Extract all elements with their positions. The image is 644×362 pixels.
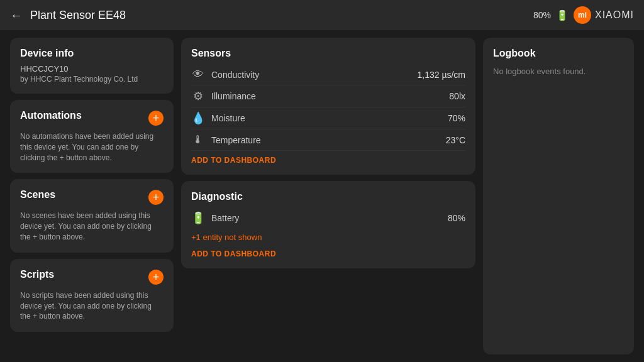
conductivity-label: Conductivity bbox=[211, 70, 411, 80]
sensor-row: 🌡 Temperature 23°C bbox=[191, 129, 465, 151]
back-button[interactable]: ← bbox=[10, 8, 23, 23]
right-column: Logbook No logbook events found. bbox=[483, 38, 634, 354]
device-info-card: Device info HHCCJCY10 by HHCC Plant Tech… bbox=[10, 38, 174, 94]
conductivity-icon: 👁 bbox=[191, 68, 205, 81]
temperature-icon: 🌡 bbox=[191, 133, 205, 146]
scenes-header: Scenes + bbox=[20, 189, 164, 206]
scripts-header: Scripts + bbox=[20, 269, 164, 285]
automations-description: No automations have been added using thi… bbox=[20, 131, 164, 163]
diagnostic-title: Diagnostic bbox=[191, 191, 465, 202]
scenes-title: Scenes bbox=[20, 189, 55, 200]
device-id: HHCCJCY10 bbox=[20, 64, 164, 74]
scripts-title: Scripts bbox=[20, 269, 54, 280]
header-right: 80% 🔋 mi XIAOMI bbox=[533, 6, 634, 24]
device-manufacturer: by HHCC Plant Technology Co. Ltd bbox=[20, 75, 164, 84]
middle-column: Sensors 👁 Conductivity 1,132 µs/cm ⚙ Ill… bbox=[181, 38, 475, 354]
sensors-title: Sensors bbox=[191, 48, 465, 59]
diagnostic-card: Diagnostic 🔋 Battery 80% +1 entity not s… bbox=[181, 181, 475, 268]
battery-percentage: 80% bbox=[533, 10, 551, 20]
logbook-title: Logbook bbox=[493, 48, 624, 59]
battery-icon: 🔋 bbox=[556, 9, 569, 21]
entity-not-shown[interactable]: +1 entity not shown bbox=[191, 233, 465, 242]
battery-label: Battery bbox=[211, 213, 441, 223]
diagnostic-add-dashboard-button[interactable]: ADD TO DASHBOARD bbox=[191, 244, 465, 258]
device-info-title: Device info bbox=[20, 48, 164, 59]
temperature-label: Temperature bbox=[211, 135, 440, 145]
xiaomi-label: XIAOMI bbox=[595, 9, 634, 21]
add-automation-button[interactable]: + bbox=[148, 111, 164, 126]
page-title: Plant Sensor EE48 bbox=[30, 9, 126, 22]
mi-logo: mi bbox=[574, 6, 591, 24]
left-column: Device info HHCCJCY10 by HHCC Plant Tech… bbox=[10, 38, 174, 354]
scenes-card: Scenes + No scenes have been added using… bbox=[10, 179, 174, 252]
logbook-card: Logbook No logbook events found. bbox=[483, 38, 634, 354]
sensor-row: 👁 Conductivity 1,132 µs/cm bbox=[191, 64, 465, 85]
sensors-add-dashboard-button[interactable]: ADD TO DASHBOARD bbox=[191, 151, 465, 165]
scenes-description: No scenes have been added using this dev… bbox=[20, 211, 164, 242]
illuminance-value: 80lx bbox=[449, 91, 465, 101]
moisture-icon: 💧 bbox=[191, 111, 205, 125]
conductivity-value: 1,132 µs/cm bbox=[417, 70, 465, 80]
add-scene-button[interactable]: + bbox=[148, 190, 164, 205]
sensors-card: Sensors 👁 Conductivity 1,132 µs/cm ⚙ Ill… bbox=[181, 38, 475, 175]
sensor-row: 💧 Moisture 70% bbox=[191, 107, 465, 129]
sensor-row: ⚙ Illuminance 80lx bbox=[191, 85, 465, 107]
battery-value: 80% bbox=[448, 213, 465, 223]
temperature-value: 23°C bbox=[446, 135, 465, 145]
scripts-description: No scripts have been added using this de… bbox=[20, 290, 164, 322]
main-content: Device info HHCCJCY10 by HHCC Plant Tech… bbox=[0, 30, 644, 362]
logbook-empty-message: No logbook events found. bbox=[493, 67, 624, 76]
automations-card: Automations + No automations have been a… bbox=[10, 100, 174, 173]
illuminance-icon: ⚙ bbox=[191, 89, 205, 103]
automations-title: Automations bbox=[20, 110, 82, 121]
automations-header: Automations + bbox=[20, 110, 164, 126]
header: ← Plant Sensor EE48 80% 🔋 mi XIAOMI bbox=[0, 0, 644, 30]
add-script-button[interactable]: + bbox=[148, 270, 164, 285]
moisture-value: 70% bbox=[448, 113, 465, 123]
illuminance-label: Illuminance bbox=[211, 91, 443, 101]
scripts-card: Scripts + No scripts have been added usi… bbox=[10, 259, 174, 332]
battery-row: 🔋 Battery 80% bbox=[191, 207, 465, 229]
battery-diag-icon: 🔋 bbox=[191, 211, 205, 225]
brand-logo: mi XIAOMI bbox=[574, 6, 634, 24]
moisture-label: Moisture bbox=[211, 113, 441, 123]
